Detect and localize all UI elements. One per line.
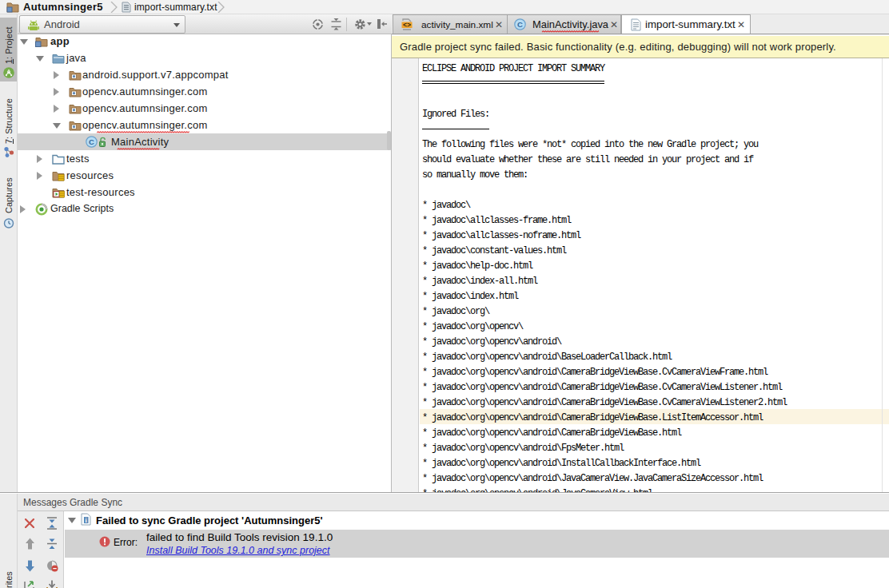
svg-text:<>: <> — [403, 22, 411, 30]
svg-text:C: C — [89, 137, 94, 146]
svg-text:C: C — [517, 20, 523, 29]
